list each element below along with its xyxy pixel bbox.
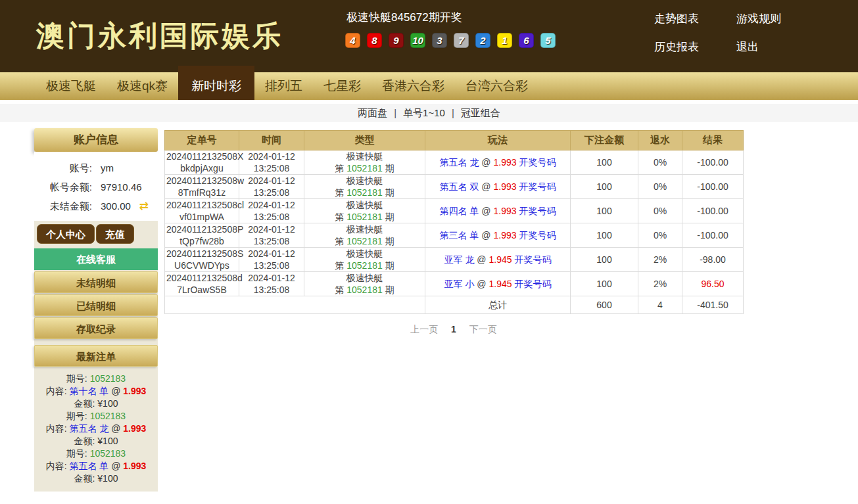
latest-bets-button[interactable]: 最新注单: [34, 345, 158, 367]
play-link[interactable]: 第五名 双: [440, 181, 479, 192]
sidebar: 账户信息 账号: ym 帐号余额: 97910.46 未结金额: 300.00 …: [34, 128, 158, 492]
settled-detail-button[interactable]: 已结明细: [34, 294, 158, 316]
rebate-cell: 0%: [638, 199, 682, 223]
account-info-header[interactable]: 账户信息: [34, 128, 158, 152]
trend-chart-link[interactable]: 走势图表: [654, 11, 699, 26]
order-id-cell: 20240112132508w8TmfRq31z: [165, 175, 239, 199]
tab-taiwanliuhecai[interactable]: 台湾六合彩: [455, 72, 538, 100]
total-result-cell: -401.50: [682, 296, 744, 314]
table-row: 20240112132508SU6CVWDYps 2024-01-1213:25…: [165, 248, 744, 272]
order-id-cell: 20240112132508clvf01mpWA: [165, 199, 239, 223]
amount-cell: 100: [571, 150, 638, 175]
rebate-cell: 0%: [638, 223, 682, 248]
sidebar-panel: 个人中心 充值 在线客服 未结明细 已结明细 存取纪录 最新注单 期号: 105…: [34, 221, 158, 492]
play-link[interactable]: 亚军 龙: [444, 254, 475, 265]
username-label: 账号:: [34, 158, 92, 177]
result-cell: -100.00: [682, 175, 744, 199]
unsettled-value: 300.00: [101, 196, 131, 216]
play-cell: 第三名 单 @ 1.993 开奖号码: [425, 223, 571, 248]
online-service-button[interactable]: 在线客服: [34, 248, 158, 270]
time-cell: 2024-01-1213:25:08: [239, 223, 304, 248]
lottery-ball: 3: [432, 33, 447, 48]
logout-link[interactable]: 退出: [736, 39, 759, 55]
col-result: 结果: [682, 131, 744, 150]
amount-cell: 100: [571, 199, 638, 223]
type-cell: 极速快艇第 1052181 期: [304, 248, 425, 272]
draw-numbers-link[interactable]: 开奖号码: [519, 230, 556, 241]
lottery-ball: 6: [519, 33, 534, 48]
tab-pailiewu[interactable]: 排列五: [254, 72, 313, 100]
play-link[interactable]: 第四名 单: [440, 206, 479, 216]
result-cell: -98.00: [682, 248, 744, 272]
account-username-row: 账号: ym: [34, 158, 158, 177]
sub-nav: 两面盘|单号1~10|冠亚组合: [0, 104, 858, 122]
tab-qixingcai[interactable]: 七星彩: [313, 72, 371, 100]
order-id-cell: 20240112132508d7LrOawS5B: [165, 272, 239, 296]
result-cell: 96.50: [682, 272, 744, 296]
amount-cell: 100: [571, 272, 638, 296]
play-link[interactable]: 亚军 小: [444, 279, 475, 289]
tab-jisufeiting[interactable]: 极速飞艇: [36, 72, 107, 100]
bet-issue: 1052183: [90, 411, 126, 421]
rebate-cell: 0%: [638, 175, 682, 199]
lottery-ball: 9: [389, 33, 404, 48]
prev-page-button[interactable]: 上一页: [410, 324, 438, 334]
total-empty-cell: [165, 296, 425, 314]
col-rebate: 退水: [638, 131, 682, 150]
result-cell: -100.00: [682, 199, 744, 223]
bet-play-link[interactable]: 第五名 单: [69, 461, 108, 471]
bet-play-link[interactable]: 第十名 单: [69, 386, 108, 396]
bet-amount: ¥100: [97, 473, 118, 484]
draw-title: 极速快艇845672期开奖: [346, 10, 462, 25]
account-info-panel: 账号: ym 帐号余额: 97910.46 未结金额: 300.00 ⇄: [34, 152, 158, 221]
table-row: 20240112132508clvf01mpWA 2024-01-1213:25…: [165, 199, 744, 223]
bet-play-link[interactable]: 第五名 龙: [69, 423, 108, 434]
type-cell: 极速快艇第 1052181 期: [304, 175, 425, 199]
refresh-icon[interactable]: ⇄: [139, 196, 149, 216]
rebate-cell: 2%: [638, 272, 682, 296]
brand-title: 澳门永利国际娱乐: [36, 17, 283, 55]
play-cell: 亚军 小 @ 1.945 开奖号码: [425, 272, 571, 296]
bet-content-line: 内容: 第五名 单 @ 1.993: [34, 460, 158, 472]
table-row: 20240112132508d7LrOawS5B 2024-01-1213:25…: [165, 272, 744, 296]
table-total-row: 总计 600 4 -401.50: [165, 296, 744, 314]
draw-numbers-link[interactable]: 开奖号码: [514, 254, 551, 265]
unsettled-detail-button[interactable]: 未结明细: [34, 271, 158, 293]
subnav-danhao[interactable]: 单号1~10: [403, 107, 445, 118]
time-cell: 2024-01-1213:25:08: [239, 199, 304, 223]
time-cell: 2024-01-1213:25:08: [239, 248, 304, 272]
issue-number: 1052181: [346, 187, 383, 198]
subnav-guanyazuhe[interactable]: 冠亚组合: [461, 107, 500, 118]
header: 澳门永利国际娱乐 极速快艇845672期开奖 4 8 9 10 3 7 2 1 …: [0, 0, 858, 72]
account-buttons-row: 个人中心 充值: [34, 224, 158, 244]
amount-cell: 100: [571, 248, 638, 272]
next-page-button[interactable]: 下一页: [469, 324, 497, 334]
tab-xinshishicai[interactable]: 新时时彩: [178, 66, 254, 100]
history-report-link[interactable]: 历史报表: [654, 39, 699, 55]
pagination: 上一页 1 下一页: [164, 324, 743, 336]
odds-value: 1.945: [489, 254, 512, 265]
bet-amount: ¥100: [97, 398, 118, 409]
tab-xianggangliuhecai[interactable]: 香港六合彩: [371, 72, 455, 100]
recharge-button[interactable]: 充值: [96, 224, 134, 244]
play-link[interactable]: 第五名 龙: [440, 157, 479, 168]
issue-number: 1052181: [346, 163, 383, 173]
play-cell: 亚军 龙 @ 1.945 开奖号码: [425, 248, 571, 272]
play-cell: 第四名 单 @ 1.993 开奖号码: [425, 199, 571, 223]
play-link[interactable]: 第三名 单: [440, 230, 479, 241]
tab-jisuqksai[interactable]: 极速qk赛: [107, 72, 178, 100]
play-cell: 第五名 双 @ 1.993 开奖号码: [425, 175, 571, 199]
draw-numbers-link[interactable]: 开奖号码: [519, 157, 556, 168]
deposit-records-button[interactable]: 存取纪录: [34, 317, 158, 339]
lottery-ball: 1: [497, 33, 512, 48]
subnav-liangmianpan[interactable]: 两面盘: [358, 107, 387, 118]
col-amount: 下注金额: [571, 131, 638, 150]
order-id-cell: 20240112132508XbkdpjAxgu: [165, 150, 239, 175]
account-unsettled-row: 未结金额: 300.00 ⇄: [34, 196, 158, 216]
personal-center-button[interactable]: 个人中心: [37, 224, 95, 244]
unsettled-label: 未结金额:: [34, 196, 92, 216]
draw-numbers-link[interactable]: 开奖号码: [519, 181, 556, 192]
draw-numbers-link[interactable]: 开奖号码: [514, 279, 551, 289]
draw-numbers-link[interactable]: 开奖号码: [519, 206, 556, 216]
game-rules-link[interactable]: 游戏规则: [736, 11, 781, 26]
